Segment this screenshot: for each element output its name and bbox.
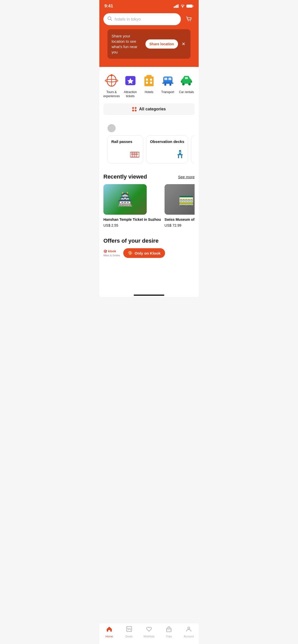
cart-button[interactable] (183, 14, 195, 25)
category-hotels-label: Hotels (145, 90, 153, 94)
badge-text: Only on Klook (135, 251, 161, 255)
search-bar[interactable]: hotels in tokyo (103, 13, 181, 25)
svg-rect-19 (150, 79, 152, 81)
svg-rect-3 (178, 4, 179, 8)
status-time: 9:41 (104, 4, 113, 9)
svg-rect-21 (150, 82, 152, 84)
partner-logos: 🎯 klook Miles & Smiles (103, 250, 120, 257)
subcategories-section: Rail passes Observation decks (99, 119, 199, 167)
subcat-obs-label: Observation decks (150, 139, 184, 144)
see-more-link[interactable]: See more (178, 175, 195, 179)
battery-icon (186, 4, 194, 8)
svg-line-8 (111, 19, 112, 21)
location-banner: Share your location to see what's fun ne… (107, 29, 191, 59)
signal-icon (174, 4, 179, 8)
rail-icon (130, 151, 139, 160)
all-categories-button[interactable]: All categories (103, 103, 195, 115)
product-swiss-title: Swiss Museum of Transport Day P... (165, 217, 195, 222)
subcat-museums[interactable]: Museums (191, 135, 195, 163)
product-swiss[interactable]: Swiss Museum of Transport Day P... US$ 7… (165, 184, 195, 227)
svg-rect-25 (164, 78, 167, 80)
product-swiss-price: US$ 72.99 (165, 223, 195, 227)
product-hanshan-image (103, 184, 147, 215)
svg-rect-18 (146, 79, 148, 81)
home-indicator (99, 292, 199, 297)
category-tours[interactable]: Tours & experiences (103, 73, 120, 98)
only-on-klook-badge[interactable]: 🎨 Only on Klook (123, 248, 165, 258)
all-categories-label: All categories (139, 107, 166, 111)
svg-rect-30 (181, 79, 192, 84)
header: hotels in tokyo (99, 11, 199, 29)
offers-section: Offers of your desire 🎯 klook Miles & Sm… (99, 231, 199, 262)
offers-title: Offers of your desire (103, 238, 195, 244)
recently-viewed-section: Recently viewed See more Hanshan Temple … (99, 167, 199, 231)
attraction-icon (123, 73, 138, 88)
svg-rect-43 (178, 154, 183, 155)
category-carrental-label: Car rentals (179, 90, 194, 94)
svg-rect-33 (181, 81, 182, 83)
main-content: Rail passes Observation decks (99, 119, 199, 292)
badge-icon: 🎨 (128, 251, 133, 255)
svg-rect-46 (180, 152, 181, 153)
svg-rect-5 (186, 5, 193, 8)
categories-card: Tours & experiences Attraction tickets (99, 67, 199, 119)
recently-viewed-title: Recently viewed (103, 173, 147, 180)
product-swiss-image (165, 184, 195, 215)
svg-rect-35 (185, 77, 188, 79)
svg-rect-2 (176, 5, 177, 8)
miles-smiles-text: Miles & Smiles (103, 254, 120, 257)
svg-point-14 (111, 74, 113, 76)
svg-rect-20 (146, 82, 148, 84)
svg-point-32 (188, 83, 191, 85)
tours-icon (104, 73, 119, 88)
subcat-observation-decks[interactable]: Observation decks (146, 135, 188, 163)
category-attraction[interactable]: Attraction tickets (122, 73, 139, 98)
observation-icon (176, 150, 184, 160)
svg-rect-36 (130, 152, 139, 157)
svg-point-10 (190, 20, 191, 21)
products-row: Hanshan Temple Ticket in Suzhou US$ 2.55… (103, 184, 195, 227)
status-icons (174, 4, 194, 8)
subcat-rail-label: Rail passes (111, 139, 139, 144)
category-hotels[interactable]: Hotels (141, 73, 157, 98)
subcategories-row: Rail passes Observation decks (103, 135, 195, 165)
svg-rect-45 (181, 155, 182, 158)
product-hanshan-title: Hanshan Temple Ticket in Suzhou (103, 217, 161, 222)
product-hanshan-price: US$ 2.55 (103, 223, 161, 227)
category-attraction-label: Attraction tickets (122, 90, 139, 98)
share-location-button[interactable]: Share location (145, 39, 178, 49)
close-location-banner-button[interactable]: ✕ (181, 40, 186, 48)
subcat-rail-passes[interactable]: Rail passes (107, 135, 143, 163)
svg-rect-1 (175, 6, 176, 8)
svg-point-9 (188, 20, 189, 21)
category-tours-label: Tours & experiences (103, 90, 120, 98)
hotels-icon (141, 73, 157, 88)
home-bar (134, 295, 164, 296)
category-carrental[interactable]: Car rentals (178, 73, 195, 98)
svg-rect-26 (168, 78, 171, 80)
svg-point-4 (182, 7, 183, 8)
svg-rect-27 (162, 83, 173, 84)
svg-rect-44 (178, 155, 179, 158)
recently-viewed-header: Recently viewed See more (103, 173, 195, 180)
svg-rect-0 (174, 6, 175, 8)
category-transport[interactable]: Transport (160, 73, 176, 98)
svg-point-31 (182, 83, 185, 85)
status-bar: 9:41 (99, 0, 199, 11)
svg-point-29 (169, 84, 171, 86)
location-message: Share your location to see what's fun ne… (112, 33, 143, 55)
klook-logo: 🎯 klook (103, 250, 120, 253)
search-icon (107, 16, 112, 22)
svg-rect-34 (191, 81, 192, 83)
product-hanshan[interactable]: Hanshan Temple Ticket in Suzhou US$ 2.55 (103, 184, 161, 227)
svg-rect-6 (193, 5, 194, 7)
transport-icon (160, 73, 175, 88)
search-placeholder: hotels in tokyo (115, 17, 141, 22)
all-categories-icon (132, 107, 137, 111)
scroll-indicator (107, 124, 116, 132)
wifi-icon (180, 4, 185, 8)
svg-point-28 (164, 84, 166, 86)
svg-rect-23 (146, 75, 152, 77)
category-transport-label: Transport (161, 90, 174, 94)
carrental-icon (179, 73, 194, 88)
